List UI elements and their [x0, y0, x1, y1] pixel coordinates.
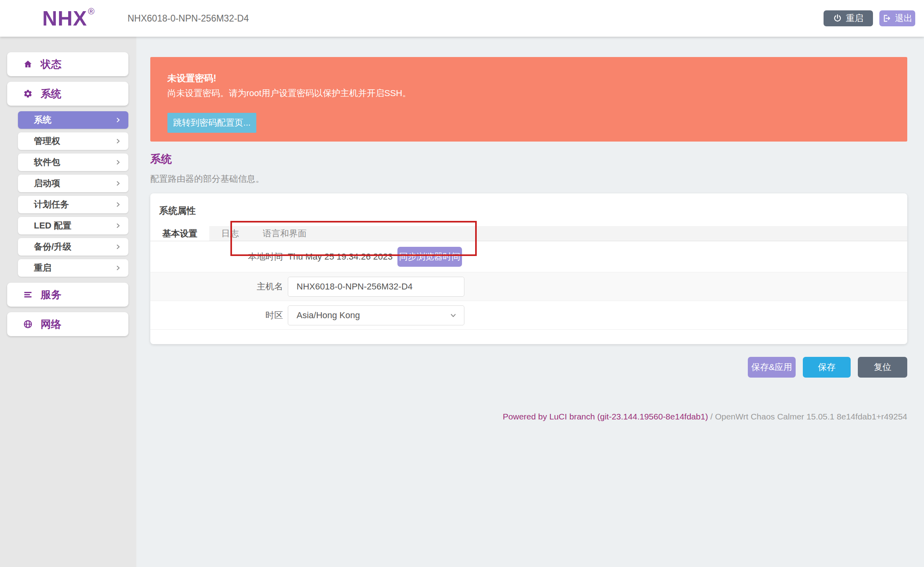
sidebar-item-label: 网络 — [41, 317, 61, 331]
hostname-input[interactable] — [288, 277, 464, 297]
submenu-item-software[interactable]: 软件包 — [18, 154, 128, 171]
footer: Powered by LuCI branch (git-23.144.19560… — [150, 412, 907, 421]
password-warning-banner: 未设置密码! 尚未设置密码。请为root用户设置密码以保护主机并开启SSH。 跳… — [150, 57, 907, 142]
sidebar-item-status[interactable]: 状态 — [7, 52, 128, 76]
sidebar: 状态 系统 系统 管理权 软件包 启动项 — [0, 37, 136, 567]
chevron-right-icon — [115, 180, 121, 187]
sync-browser-time-button[interactable]: 同步浏览器时间 — [397, 247, 462, 267]
firmware-version-text: OpenWrt Chaos Calmer 15.05.1 8e14fdab1+r… — [715, 412, 907, 421]
page-description: 配置路由器的部分基础信息。 — [150, 173, 907, 185]
reboot-label: 重启 — [846, 12, 863, 24]
sidebar-item-label: 系统 — [41, 87, 61, 101]
chevron-right-icon — [115, 201, 121, 208]
banner-message: 尚未设置密码。请为root用户设置密码以保护主机并开启SSH。 — [167, 87, 890, 99]
chevron-down-icon — [450, 312, 457, 319]
sidebar-item-network[interactable]: 网络 — [7, 312, 128, 336]
gears-icon — [23, 89, 33, 98]
go-to-password-config-button[interactable]: 跳转到密码配置页... — [167, 113, 256, 133]
page-title: 系统 — [150, 152, 907, 166]
local-time-value: Thu May 25 19:34:26 2023 — [288, 252, 393, 262]
tab-bar: 基本设置 日志 语言和界面 — [150, 226, 907, 241]
chevron-right-icon — [115, 117, 121, 123]
submenu-item-led-configuration[interactable]: LED 配置 — [18, 217, 128, 234]
footer-separator: / — [708, 412, 715, 421]
chevron-right-icon — [115, 138, 121, 144]
globe-icon — [23, 319, 33, 329]
chevron-right-icon — [115, 244, 121, 250]
local-time-row: 本地时间 Thu May 25 19:34:26 2023 同步浏览器时间 — [150, 241, 907, 272]
submenu-item-administration[interactable]: 管理权 — [18, 132, 128, 150]
main-area: 未设置密码! 尚未设置密码。请为root用户设置密码以保护主机并开启SSH。 跳… — [136, 37, 924, 567]
registered-mark: ® — [88, 6, 95, 16]
save-button[interactable]: 保存 — [803, 357, 851, 378]
timezone-selected-value: Asia/Hong Kong — [297, 310, 360, 321]
logout-icon — [882, 14, 891, 23]
sidebar-item-label: 服务 — [41, 288, 61, 302]
home-icon — [23, 59, 33, 69]
submenu-item-system[interactable]: 系统 — [18, 111, 128, 129]
system-submenu: 系统 管理权 软件包 启动项 计划任务 LED 配置 — [0, 111, 136, 277]
save-apply-button[interactable]: 保存&应用 — [748, 357, 796, 378]
submenu-item-backup-upgrade[interactable]: 备份/升级 — [18, 238, 128, 256]
logout-label: 退出 — [895, 12, 912, 24]
tab-general-settings[interactable]: 基本设置 — [150, 226, 209, 241]
tab-language-interface[interactable]: 语言和界面 — [251, 226, 318, 241]
timezone-row: 时区 Asia/Hong Kong — [150, 301, 907, 330]
chevron-right-icon — [115, 265, 121, 271]
reset-button[interactable]: 复位 — [858, 357, 907, 378]
header-actions: 重启 退出 — [824, 10, 915, 26]
form-actions: 保存&应用 保存 复位 — [150, 357, 907, 378]
timezone-label: 时区 — [150, 309, 288, 321]
submenu-item-reboot[interactable]: 重启 — [18, 259, 128, 277]
list-icon — [23, 290, 33, 299]
local-time-label: 本地时间 — [150, 251, 288, 263]
device-name: NHX6018-0-NPN-256M32-D4 — [128, 13, 249, 24]
card-title: 系统属性 — [150, 193, 907, 226]
sidebar-item-services[interactable]: 服务 — [7, 283, 128, 307]
chevron-right-icon — [115, 159, 121, 165]
sidebar-item-system[interactable]: 系统 — [7, 82, 128, 106]
power-icon — [833, 14, 842, 23]
hostname-label: 主机名 — [150, 281, 288, 293]
logo-wrap: NHX® — [0, 6, 128, 30]
tab-logging[interactable]: 日志 — [209, 226, 251, 241]
reboot-button[interactable]: 重启 — [824, 10, 873, 26]
logout-button[interactable]: 退出 — [879, 10, 915, 26]
submenu-item-scheduled-tasks[interactable]: 计划任务 — [18, 196, 128, 213]
banner-title: 未设置密码! — [167, 72, 890, 85]
submenu-item-startup[interactable]: 启动项 — [18, 175, 128, 192]
luci-admin-page: NHX® NHX6018-0-NPN-256M32-D4 重启 退出 — [0, 0, 924, 567]
chevron-right-icon — [115, 222, 121, 229]
timezone-select[interactable]: Asia/Hong Kong — [288, 305, 464, 325]
sidebar-item-label: 状态 — [41, 57, 61, 71]
system-properties-card: 系统属性 基本设置 日志 语言和界面 本地时间 Thu May 25 19:34… — [150, 193, 907, 344]
luci-branch-link[interactable]: Powered by LuCI branch (git-23.144.19560… — [503, 412, 708, 421]
top-header: NHX® NHX6018-0-NPN-256M32-D4 重启 退出 — [0, 0, 924, 37]
brand-logo: NHX® — [42, 7, 95, 30]
hostname-row: 主机名 — [150, 272, 907, 301]
